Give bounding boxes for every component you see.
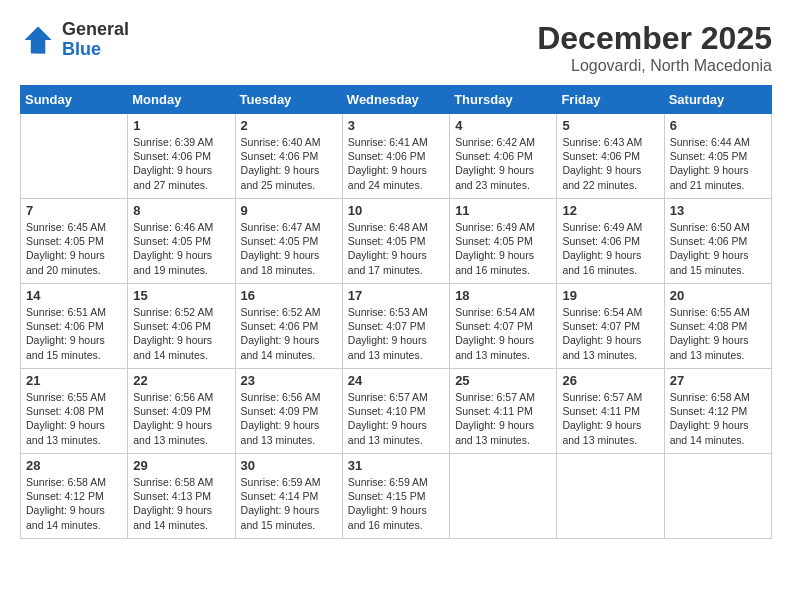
day-info: Sunrise: 6:58 AMSunset: 4:12 PMDaylight:… bbox=[26, 475, 122, 532]
col-header-friday: Friday bbox=[557, 86, 664, 114]
day-number: 15 bbox=[133, 288, 229, 303]
logo-general-text: General bbox=[62, 20, 129, 40]
calendar-cell bbox=[21, 114, 128, 199]
col-header-sunday: Sunday bbox=[21, 86, 128, 114]
day-number: 22 bbox=[133, 373, 229, 388]
day-number: 1 bbox=[133, 118, 229, 133]
calendar-cell: 19Sunrise: 6:54 AMSunset: 4:07 PMDayligh… bbox=[557, 284, 664, 369]
day-info: Sunrise: 6:41 AMSunset: 4:06 PMDaylight:… bbox=[348, 135, 444, 192]
day-info: Sunrise: 6:48 AMSunset: 4:05 PMDaylight:… bbox=[348, 220, 444, 277]
day-number: 2 bbox=[241, 118, 337, 133]
day-number: 4 bbox=[455, 118, 551, 133]
day-info: Sunrise: 6:58 AMSunset: 4:13 PMDaylight:… bbox=[133, 475, 229, 532]
day-info: Sunrise: 6:40 AMSunset: 4:06 PMDaylight:… bbox=[241, 135, 337, 192]
day-number: 25 bbox=[455, 373, 551, 388]
day-info: Sunrise: 6:39 AMSunset: 4:06 PMDaylight:… bbox=[133, 135, 229, 192]
day-number: 14 bbox=[26, 288, 122, 303]
calendar-cell: 18Sunrise: 6:54 AMSunset: 4:07 PMDayligh… bbox=[450, 284, 557, 369]
calendar-cell bbox=[450, 454, 557, 539]
calendar-cell: 15Sunrise: 6:52 AMSunset: 4:06 PMDayligh… bbox=[128, 284, 235, 369]
calendar-cell: 10Sunrise: 6:48 AMSunset: 4:05 PMDayligh… bbox=[342, 199, 449, 284]
logo: General Blue bbox=[20, 20, 129, 60]
day-number: 8 bbox=[133, 203, 229, 218]
col-header-monday: Monday bbox=[128, 86, 235, 114]
day-info: Sunrise: 6:57 AMSunset: 4:10 PMDaylight:… bbox=[348, 390, 444, 447]
day-info: Sunrise: 6:52 AMSunset: 4:06 PMDaylight:… bbox=[133, 305, 229, 362]
week-row-4: 21Sunrise: 6:55 AMSunset: 4:08 PMDayligh… bbox=[21, 369, 772, 454]
day-number: 21 bbox=[26, 373, 122, 388]
calendar-cell: 16Sunrise: 6:52 AMSunset: 4:06 PMDayligh… bbox=[235, 284, 342, 369]
day-info: Sunrise: 6:45 AMSunset: 4:05 PMDaylight:… bbox=[26, 220, 122, 277]
day-info: Sunrise: 6:56 AMSunset: 4:09 PMDaylight:… bbox=[133, 390, 229, 447]
calendar-cell: 5Sunrise: 6:43 AMSunset: 4:06 PMDaylight… bbox=[557, 114, 664, 199]
day-info: Sunrise: 6:58 AMSunset: 4:12 PMDaylight:… bbox=[670, 390, 766, 447]
day-number: 13 bbox=[670, 203, 766, 218]
day-info: Sunrise: 6:49 AMSunset: 4:05 PMDaylight:… bbox=[455, 220, 551, 277]
day-number: 12 bbox=[562, 203, 658, 218]
day-info: Sunrise: 6:59 AMSunset: 4:15 PMDaylight:… bbox=[348, 475, 444, 532]
calendar-cell: 26Sunrise: 6:57 AMSunset: 4:11 PMDayligh… bbox=[557, 369, 664, 454]
day-number: 23 bbox=[241, 373, 337, 388]
week-row-2: 7Sunrise: 6:45 AMSunset: 4:05 PMDaylight… bbox=[21, 199, 772, 284]
col-header-wednesday: Wednesday bbox=[342, 86, 449, 114]
week-row-1: 1Sunrise: 6:39 AMSunset: 4:06 PMDaylight… bbox=[21, 114, 772, 199]
calendar-cell: 27Sunrise: 6:58 AMSunset: 4:12 PMDayligh… bbox=[664, 369, 771, 454]
logo-text: General Blue bbox=[62, 20, 129, 60]
calendar-cell bbox=[557, 454, 664, 539]
day-info: Sunrise: 6:57 AMSunset: 4:11 PMDaylight:… bbox=[455, 390, 551, 447]
day-info: Sunrise: 6:47 AMSunset: 4:05 PMDaylight:… bbox=[241, 220, 337, 277]
day-number: 26 bbox=[562, 373, 658, 388]
calendar-cell: 12Sunrise: 6:49 AMSunset: 4:06 PMDayligh… bbox=[557, 199, 664, 284]
day-number: 27 bbox=[670, 373, 766, 388]
calendar-cell bbox=[664, 454, 771, 539]
day-number: 31 bbox=[348, 458, 444, 473]
day-number: 7 bbox=[26, 203, 122, 218]
week-row-3: 14Sunrise: 6:51 AMSunset: 4:06 PMDayligh… bbox=[21, 284, 772, 369]
week-row-5: 28Sunrise: 6:58 AMSunset: 4:12 PMDayligh… bbox=[21, 454, 772, 539]
day-info: Sunrise: 6:46 AMSunset: 4:05 PMDaylight:… bbox=[133, 220, 229, 277]
day-info: Sunrise: 6:44 AMSunset: 4:05 PMDaylight:… bbox=[670, 135, 766, 192]
calendar-cell: 11Sunrise: 6:49 AMSunset: 4:05 PMDayligh… bbox=[450, 199, 557, 284]
day-info: Sunrise: 6:54 AMSunset: 4:07 PMDaylight:… bbox=[455, 305, 551, 362]
day-info: Sunrise: 6:53 AMSunset: 4:07 PMDaylight:… bbox=[348, 305, 444, 362]
calendar-cell: 6Sunrise: 6:44 AMSunset: 4:05 PMDaylight… bbox=[664, 114, 771, 199]
page-header: General Blue December 2025 Logovardi, No… bbox=[20, 20, 772, 75]
col-header-saturday: Saturday bbox=[664, 86, 771, 114]
day-info: Sunrise: 6:57 AMSunset: 4:11 PMDaylight:… bbox=[562, 390, 658, 447]
calendar-cell: 30Sunrise: 6:59 AMSunset: 4:14 PMDayligh… bbox=[235, 454, 342, 539]
calendar-table: SundayMondayTuesdayWednesdayThursdayFrid… bbox=[20, 85, 772, 539]
calendar-cell: 1Sunrise: 6:39 AMSunset: 4:06 PMDaylight… bbox=[128, 114, 235, 199]
calendar-cell: 23Sunrise: 6:56 AMSunset: 4:09 PMDayligh… bbox=[235, 369, 342, 454]
calendar-cell: 9Sunrise: 6:47 AMSunset: 4:05 PMDaylight… bbox=[235, 199, 342, 284]
calendar-cell: 3Sunrise: 6:41 AMSunset: 4:06 PMDaylight… bbox=[342, 114, 449, 199]
col-header-tuesday: Tuesday bbox=[235, 86, 342, 114]
calendar-cell: 13Sunrise: 6:50 AMSunset: 4:06 PMDayligh… bbox=[664, 199, 771, 284]
day-info: Sunrise: 6:43 AMSunset: 4:06 PMDaylight:… bbox=[562, 135, 658, 192]
day-number: 10 bbox=[348, 203, 444, 218]
logo-blue-text: Blue bbox=[62, 40, 129, 60]
calendar-header-row: SundayMondayTuesdayWednesdayThursdayFrid… bbox=[21, 86, 772, 114]
day-number: 18 bbox=[455, 288, 551, 303]
day-info: Sunrise: 6:59 AMSunset: 4:14 PMDaylight:… bbox=[241, 475, 337, 532]
calendar-cell: 21Sunrise: 6:55 AMSunset: 4:08 PMDayligh… bbox=[21, 369, 128, 454]
day-info: Sunrise: 6:42 AMSunset: 4:06 PMDaylight:… bbox=[455, 135, 551, 192]
day-number: 19 bbox=[562, 288, 658, 303]
day-info: Sunrise: 6:49 AMSunset: 4:06 PMDaylight:… bbox=[562, 220, 658, 277]
calendar-cell: 7Sunrise: 6:45 AMSunset: 4:05 PMDaylight… bbox=[21, 199, 128, 284]
svg-marker-1 bbox=[38, 26, 52, 53]
location-subtitle: Logovardi, North Macedonia bbox=[537, 57, 772, 75]
day-info: Sunrise: 6:55 AMSunset: 4:08 PMDaylight:… bbox=[26, 390, 122, 447]
calendar-cell: 24Sunrise: 6:57 AMSunset: 4:10 PMDayligh… bbox=[342, 369, 449, 454]
day-number: 29 bbox=[133, 458, 229, 473]
calendar-cell: 28Sunrise: 6:58 AMSunset: 4:12 PMDayligh… bbox=[21, 454, 128, 539]
day-number: 11 bbox=[455, 203, 551, 218]
day-number: 30 bbox=[241, 458, 337, 473]
calendar-cell: 25Sunrise: 6:57 AMSunset: 4:11 PMDayligh… bbox=[450, 369, 557, 454]
day-number: 28 bbox=[26, 458, 122, 473]
month-title: December 2025 bbox=[537, 20, 772, 57]
day-info: Sunrise: 6:51 AMSunset: 4:06 PMDaylight:… bbox=[26, 305, 122, 362]
calendar-cell: 20Sunrise: 6:55 AMSunset: 4:08 PMDayligh… bbox=[664, 284, 771, 369]
day-number: 20 bbox=[670, 288, 766, 303]
day-info: Sunrise: 6:52 AMSunset: 4:06 PMDaylight:… bbox=[241, 305, 337, 362]
calendar-cell: 4Sunrise: 6:42 AMSunset: 4:06 PMDaylight… bbox=[450, 114, 557, 199]
